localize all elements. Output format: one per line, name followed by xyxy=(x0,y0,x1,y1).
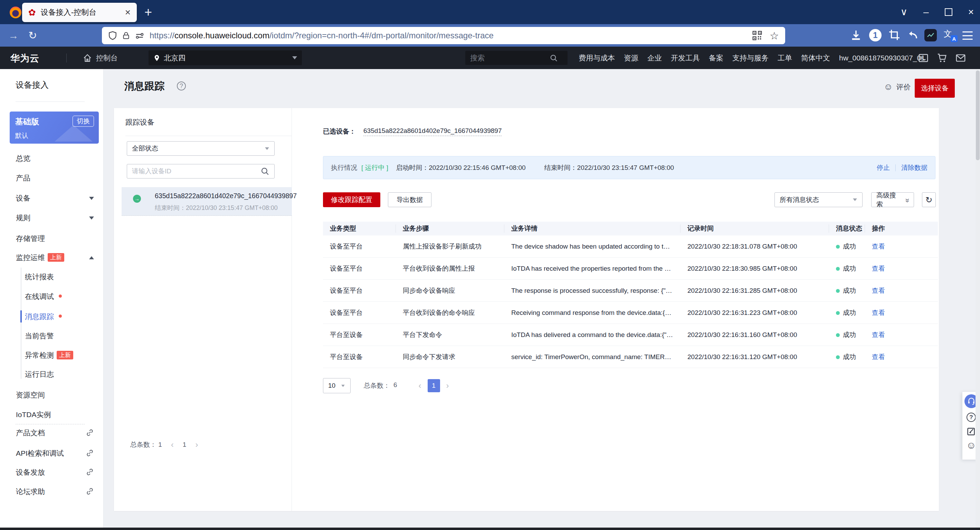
sidebar-item-forum-help[interactable]: 论坛求助 xyxy=(0,482,103,501)
qr-code-icon[interactable] xyxy=(752,31,762,40)
sidebar-item-current-alarms[interactable]: 当前告警 xyxy=(0,326,103,346)
view-link[interactable]: 查看 xyxy=(872,287,885,294)
global-search-input[interactable] xyxy=(470,54,550,62)
shield-icon[interactable] xyxy=(108,31,117,40)
sidebar-item-run-logs[interactable]: 运行日志 xyxy=(0,364,103,384)
tracker-current-page[interactable]: 1 xyxy=(183,441,186,449)
menu-icon[interactable] xyxy=(963,32,973,40)
view-link[interactable]: 查看 xyxy=(872,331,885,338)
view-link[interactable]: 查看 xyxy=(872,265,885,272)
refresh-button[interactable]: ↻ xyxy=(922,192,936,207)
window-close-button[interactable]: × xyxy=(968,7,974,17)
device-id-search-input[interactable] xyxy=(132,167,261,175)
prev-page-icon[interactable]: ‹ xyxy=(418,381,422,390)
reload-button[interactable]: ↻ xyxy=(28,29,37,41)
huaweicloud-logo[interactable]: 华为云 xyxy=(10,52,40,65)
desktop-edge xyxy=(0,528,980,530)
browser-tab[interactable]: ✿ 设备接入-控制台 × xyxy=(22,3,137,22)
forward-button[interactable]: → xyxy=(8,30,19,41)
next-page-icon[interactable]: › xyxy=(446,381,449,390)
page-size-select[interactable]: 10 xyxy=(323,378,351,393)
extension-badge-icon[interactable]: 1 xyxy=(869,29,881,41)
feedback-link[interactable]: ☺评价 xyxy=(884,81,911,92)
scrollbar-thumb[interactable] xyxy=(976,70,980,160)
url-text[interactable]: https://console.huaweicloud.com/iotdm/?r… xyxy=(150,31,752,40)
tracked-device-list-item[interactable]: → 635d15a8222a8601d402e79c_1667044939897… xyxy=(122,187,292,216)
next-page-icon[interactable]: › xyxy=(195,441,198,449)
select-device-button[interactable]: 选择设备 xyxy=(915,79,955,98)
edition-card[interactable]: 基础版 切换 默认 xyxy=(10,111,99,144)
modify-trace-config-button[interactable]: 修改跟踪配置 xyxy=(323,192,380,207)
help-icon[interactable]: ? xyxy=(177,81,186,90)
selected-device-id[interactable]: 635d15a8222a8601d402e79c_1667044939897 xyxy=(363,127,501,136)
device-status-filter[interactable]: 全部状态 xyxy=(127,141,275,156)
mail-icon[interactable] xyxy=(956,53,966,63)
sidebar-item-monitor[interactable]: 监控运维上新 xyxy=(0,248,103,267)
firefox-icon[interactable] xyxy=(10,6,21,18)
current-page[interactable]: 1 xyxy=(428,379,440,392)
view-link[interactable]: 查看 xyxy=(872,309,885,316)
feedback-note-button[interactable] xyxy=(966,426,977,436)
account-name[interactable]: hw_008618750930307_01 xyxy=(839,54,925,62)
window-minimize-button[interactable]: – xyxy=(923,7,929,17)
nav-item-enterprise[interactable]: 企业 xyxy=(648,53,662,63)
window-maximize-button[interactable] xyxy=(945,8,952,16)
bookmark-star-icon[interactable]: ☆ xyxy=(770,30,779,42)
nav-item-cost[interactable]: 费用与成本 xyxy=(579,53,615,63)
translate-icon[interactable]: 文A xyxy=(944,28,957,42)
nav-item-devtools[interactable]: 开发工具 xyxy=(671,53,700,63)
console-home-link[interactable]: 控制台 xyxy=(83,47,118,69)
nav-item-language[interactable]: 简体中文 xyxy=(801,53,830,63)
sidebar-item-product-docs[interactable]: 产品文档 xyxy=(0,423,103,443)
view-link[interactable]: 查看 xyxy=(872,353,885,360)
message-status-filter[interactable]: 所有消息状态 xyxy=(775,192,862,207)
tracked-device-end-time: 结束时间：2022/10/30 23:15:47 GMT+08:00 xyxy=(155,204,278,212)
global-search[interactable] xyxy=(465,51,568,65)
sidebar-item-storage[interactable]: 存储管理 xyxy=(0,229,103,248)
cart-icon[interactable] xyxy=(937,53,947,63)
permissions-icon[interactable] xyxy=(135,31,144,40)
export-data-button[interactable]: 导出数据 xyxy=(388,192,431,207)
search-icon[interactable] xyxy=(550,54,558,62)
lock-icon[interactable] xyxy=(122,31,130,40)
url-bar[interactable]: https://console.huaweicloud.com/iotdm/?r… xyxy=(102,27,785,44)
download-icon[interactable] xyxy=(850,29,862,41)
region-selector[interactable]: 北京四 xyxy=(148,51,302,65)
clear-data-link[interactable]: 清除数据 xyxy=(901,163,928,172)
nav-item-icp[interactable]: 备案 xyxy=(709,53,723,63)
new-tab-button[interactable]: + xyxy=(145,5,152,19)
sidebar-item-iotda-instance[interactable]: IoTDA实例 xyxy=(0,405,103,424)
sidebar-item-device-provisioning[interactable]: 设备发放 xyxy=(0,462,103,482)
satisfaction-button[interactable]: ☺ xyxy=(966,440,977,451)
search-icon[interactable] xyxy=(261,167,269,176)
cell-time: 2022/10/30 22:16:31.160 GMT+08:00 xyxy=(681,331,829,339)
nav-item-ticket[interactable]: 工单 xyxy=(778,53,792,63)
sidebar-item-rules[interactable]: 规则 xyxy=(0,208,103,227)
stop-link[interactable]: 停止 xyxy=(877,163,890,172)
home-icon xyxy=(83,54,92,62)
tab-close-icon[interactable]: × xyxy=(121,7,130,18)
sidebar-item-resource-space[interactable]: 资源空间 xyxy=(0,385,103,405)
prev-page-icon[interactable]: ‹ xyxy=(171,441,174,449)
undo-arrow-icon[interactable] xyxy=(907,29,919,41)
edition-switch-button[interactable]: 切换 xyxy=(73,116,94,127)
screenshot-crop-icon[interactable] xyxy=(888,29,900,41)
sidebar-item-device[interactable]: 设备 xyxy=(0,188,103,208)
tabs-dropdown-icon[interactable]: ∨ xyxy=(900,7,908,17)
sidebar-item-message-trace[interactable]: 消息跟踪 xyxy=(0,306,103,326)
sidebar-item-statistics[interactable]: 统计报表 xyxy=(0,267,103,287)
sidebar-item-online-debug[interactable]: 在线调试 xyxy=(0,287,103,306)
sidebar-item-api-explorer[interactable]: API检索和调试 xyxy=(0,443,103,463)
sidebar-item-anomaly-detection[interactable]: 异常检测上新 xyxy=(0,345,103,365)
scrollbar[interactable] xyxy=(975,69,980,528)
nav-item-resources[interactable]: 资源 xyxy=(624,53,638,63)
sidebar-item-product[interactable]: 产品 xyxy=(0,168,103,188)
view-link[interactable]: 查看 xyxy=(872,243,885,250)
nav-item-support[interactable]: 支持与服务 xyxy=(732,53,768,63)
sidebar-item-overview[interactable]: 总览 xyxy=(0,149,103,168)
device-id-search[interactable] xyxy=(127,164,275,179)
extension-icon[interactable] xyxy=(924,29,937,41)
advanced-search-button[interactable]: 高级搜索» xyxy=(871,192,914,207)
help-button[interactable]: ? xyxy=(966,412,977,422)
console-terminal-icon[interactable] xyxy=(918,53,929,63)
